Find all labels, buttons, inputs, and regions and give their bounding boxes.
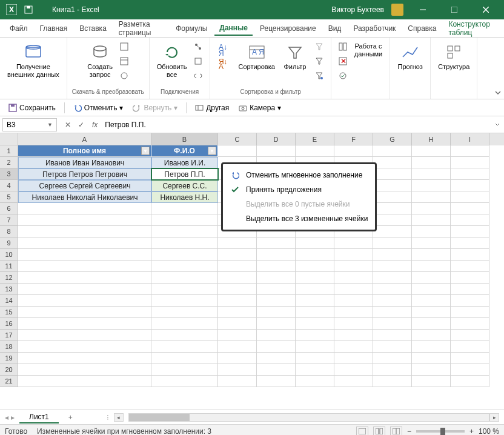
cell[interactable] [257,261,296,272]
cell[interactable] [18,376,151,387]
row-header[interactable]: 18 [0,341,18,353]
cell[interactable] [151,249,218,261]
cell[interactable] [334,249,373,261]
cell[interactable] [18,295,151,307]
from-table-button[interactable] [118,55,131,68]
menu-item[interactable]: Конструктор таблиц [443,18,499,39]
cell[interactable] [257,284,296,295]
cell[interactable] [334,295,373,307]
cell[interactable] [151,214,218,226]
cell[interactable] [373,226,412,237]
row-header[interactable]: 17 [0,330,18,341]
minimize-button[interactable] [411,0,435,19]
row-header[interactable]: 16 [0,318,18,330]
cell[interactable] [334,376,373,387]
column-header[interactable]: F [334,133,373,145]
fx-icon[interactable]: fx [90,121,100,129]
cell[interactable] [296,249,334,261]
create-query-button[interactable]: Создать запрос [85,40,115,81]
cell[interactable] [451,203,489,214]
cell[interactable] [151,307,218,318]
tab-split-icon[interactable]: ⁝ [107,413,109,422]
context-menu-item[interactable]: Отменить мгновенное заполнение [223,168,375,182]
cell[interactable] [296,145,334,157]
cell[interactable] [412,145,451,157]
cell[interactable] [412,341,451,353]
cell[interactable] [296,237,334,249]
row-header[interactable]: 11 [0,261,18,272]
row-header[interactable]: 4 [0,180,18,191]
user-avatar[interactable] [391,4,403,16]
column-header[interactable]: I [451,133,489,145]
cell[interactable] [451,168,489,180]
cell[interactable] [373,203,412,214]
row-header[interactable]: 15 [0,307,18,318]
cell[interactable] [334,261,373,272]
cell[interactable] [412,191,451,203]
cell[interactable] [412,180,451,191]
row-header[interactable]: 13 [0,284,18,295]
column-header[interactable]: E [296,133,334,145]
expand-formula-icon[interactable] [491,122,504,128]
enter-formula-button[interactable]: ✓ [75,119,87,131]
menu-item[interactable]: Справка [403,22,441,35]
cell[interactable] [18,353,151,364]
cell[interactable] [296,307,334,318]
show-queries-button[interactable] [118,40,131,53]
cell[interactable] [373,330,412,341]
forecast-button[interactable]: Прогноз [395,40,425,73]
cell[interactable] [151,330,218,341]
cell[interactable] [151,318,218,330]
cell[interactable] [218,307,257,318]
cell[interactable] [218,295,257,307]
cell[interactable] [18,261,151,272]
cell[interactable] [334,330,373,341]
cell[interactable] [151,376,218,387]
page-break-view-button[interactable] [390,427,402,436]
cell[interactable] [257,318,296,330]
cell[interactable] [412,226,451,237]
cell[interactable] [296,376,334,387]
cell[interactable] [218,364,257,376]
cell[interactable] [373,168,412,180]
cell[interactable] [373,180,412,191]
menu-item[interactable]: Формулы [171,22,212,35]
cell[interactable] [218,261,257,272]
cell[interactable] [334,307,373,318]
cell[interactable] [151,341,218,353]
cell[interactable]: Петров П.П. [151,168,218,180]
cell[interactable] [334,318,373,330]
cell[interactable] [296,341,334,353]
cell[interactable] [412,295,451,307]
cell[interactable] [296,353,334,364]
cell[interactable] [412,203,451,214]
menu-item[interactable]: Рецензирование [255,22,321,35]
menu-item[interactable]: Разметка страницы [114,18,168,39]
row-header[interactable]: 20 [0,364,18,376]
row-header[interactable]: 14 [0,295,18,307]
scroll-left-button[interactable]: ◂ [114,413,124,422]
scroll-right-button[interactable]: ▸ [489,413,499,422]
menu-item[interactable]: Вид [323,22,346,35]
cell[interactable] [412,353,451,364]
cell[interactable] [257,237,296,249]
cell[interactable] [451,226,489,237]
cell[interactable]: Сергеев Сергей Сергеевич [18,180,151,191]
horizontal-scrollbar[interactable] [128,413,489,422]
cell[interactable] [451,145,489,157]
row-header[interactable]: 7 [0,214,18,226]
cell[interactable] [412,237,451,249]
edit-links-button[interactable] [191,69,205,82]
remove-duplicates-button[interactable]: ✕ [336,55,350,68]
cell[interactable] [451,330,489,341]
cell[interactable] [451,157,489,168]
cell[interactable] [373,318,412,330]
cell[interactable] [218,330,257,341]
zoom-level[interactable]: 100 % [479,427,499,436]
context-menu-item[interactable]: Выделить все 3 измененные ячейки [223,211,375,226]
advanced-filter-button[interactable] [313,69,326,82]
cell[interactable] [373,295,412,307]
cell[interactable] [373,341,412,353]
cell[interactable] [18,284,151,295]
outline-button[interactable]: Структура [436,40,472,73]
